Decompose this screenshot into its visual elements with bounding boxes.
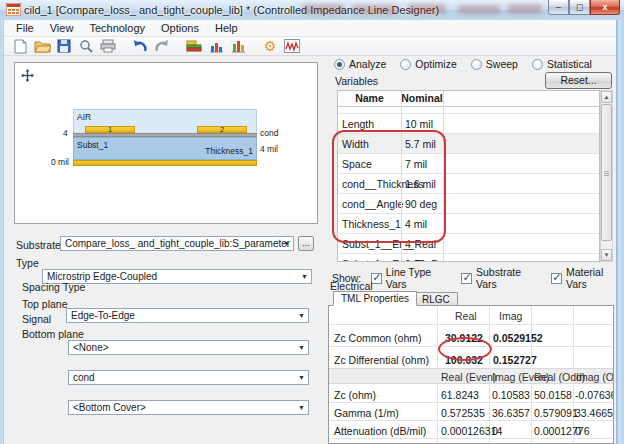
table-row-length[interactable]: Length10 mil [338,114,599,134]
zoom-icon[interactable] [76,38,96,55]
table-row-er-tand[interactable]: Subst_1__Er__TanD0.02 [338,254,599,262]
table-row-er-real[interactable]: Subst_1__Er__Real4 [338,234,599,254]
scroll-up-icon[interactable]: ▲ [601,91,612,103]
var-nominal[interactable]: 4 [401,238,443,250]
checkbox-icon [371,273,382,284]
gear-icon[interactable]: ⚙ [260,38,280,55]
menu-bar: File View Technology Options Help [4,20,616,37]
new-document-icon[interactable] [10,38,30,55]
title-bar[interactable]: cild_1 [Compare_loss_ and_tight_couple_l… [0,0,624,21]
substrate-label: Substrate [16,239,61,251]
var-name: Subst_1__Er__Real [338,238,401,250]
column-chart-icon[interactable] [228,38,248,55]
checkbox-label: Line Type Vars [386,266,452,290]
zc-real-even[interactable]: 61.8243 [441,389,479,401]
checkbox-line-type-vars[interactable]: Line Type Vars [371,266,451,290]
redo-icon[interactable] [152,38,172,55]
bottom-plane-layer[interactable] [73,160,257,166]
watermark-smudge [352,5,398,14]
menu-help[interactable]: Help [207,21,246,35]
waveform-icon[interactable] [282,38,302,55]
table-row-cond-thickness[interactable]: cond__Thickness1.6 mil [338,174,599,194]
var-nominal[interactable]: 5.7 mil [401,138,443,150]
maximize-button[interactable]: ◻ [569,0,590,15]
var-name: cond__Thickness [338,178,401,190]
checkbox-substrate-vars[interactable]: Substrate Vars [461,266,541,290]
menu-view[interactable]: View [42,21,82,35]
thickness-value: 4 mil [260,144,278,154]
var-nominal[interactable]: 0.02 [401,258,443,263]
undo-icon[interactable] [130,38,150,55]
substrate-browse-button[interactable]: ... [298,236,314,251]
scrollbar-thumb[interactable] [601,104,612,241]
checkbox-label: Substrate Vars [476,266,541,290]
cross-section-panel[interactable]: AIR 1 2 Subst_1 Thickness_1 4 0 mil cond… [14,62,318,224]
zc-imag-even[interactable]: 0.10583 [492,389,530,401]
var-nominal[interactable]: 1.6 mil [401,178,443,190]
var-nominal[interactable]: 4 mil [401,218,443,230]
substrate-dropdown[interactable]: Compare_loss_ and_tight_couple_lib:S_par… [60,236,294,251]
radio-analyze[interactable]: Analyze [334,58,386,70]
pan-move-icon[interactable] [21,69,34,82]
menu-technology[interactable]: Technology [81,21,153,35]
radio-dot [400,59,411,70]
variables-scrollbar[interactable]: ▲ ▼ [600,90,613,262]
menu-file[interactable]: File [8,21,42,35]
gamma-imag-odd[interactable]: 33.4665 [575,407,613,419]
att-dbmil-imag-even[interactable]: 0 [492,425,498,437]
var-nominal[interactable]: 7 mil [401,158,443,170]
bottom-plane-dropdown[interactable]: <Bottom Cover>▼ [68,400,309,415]
variables-table[interactable]: Name Nominal Length10 mil Width5.7 mil S… [337,90,600,262]
att-dbmil-imag-odd[interactable]: 0 [575,425,581,437]
substrate-layer[interactable]: Subst_1 Thickness_1 [73,137,257,160]
chevron-down-icon: ▼ [298,344,305,351]
gamma-real-even[interactable]: 0.572535 [441,407,485,419]
bar-chart-icon[interactable] [206,38,226,55]
radio-optimize-label: Optimize [415,58,456,70]
spacing-type-dropdown[interactable]: Edge-To-Edge▼ [66,308,309,323]
table-row-thickness-1[interactable]: Thickness_14 mil [338,214,599,234]
var-nominal[interactable]: 10 mil [401,118,443,130]
conductor-2[interactable]: 2 [197,126,247,133]
open-folder-icon[interactable] [32,38,52,55]
chevron-down-icon: ▼ [298,404,305,411]
zc-imag-odd[interactable]: -0.0763633 [575,389,614,401]
bottom-plane-label: Bottom plane [22,328,84,340]
top-plane-dropdown[interactable]: <None>▼ [68,340,309,355]
reset-button[interactable]: Reset... [545,72,612,89]
conductor-1[interactable]: 1 [85,126,135,133]
tml-properties-panel[interactable]: Real Imag Zc Common (ohm) 30.9122 0.0529… [328,305,614,444]
checkbox-material-vars[interactable]: Material Vars [551,266,624,290]
gamma-real-odd[interactable]: 0.579091 [534,407,578,419]
scroll-down-icon[interactable]: ▼ [601,249,612,261]
att-dbmil-real-odd[interactable]: 0.00012776 [534,425,589,437]
zc-common-real[interactable]: 30.9122 [445,332,483,344]
radio-sweep[interactable]: Sweep [471,58,518,70]
substrate-stack-icon[interactable] [184,38,204,55]
watermark-smudge [458,5,500,14]
zc-differential-real[interactable]: 100.032 [445,354,483,366]
spacing-type-value: Edge-To-Edge [71,310,135,321]
column-divider [401,91,402,261]
close-button[interactable]: x [590,0,620,15]
zc-real-odd[interactable]: 50.0158 [534,389,572,401]
radio-optimize[interactable]: Optimize [400,58,456,70]
gamma-imag-even[interactable]: 36.6357 [492,407,530,419]
row-label-zc-common: Zc Common (ohm) [334,332,422,344]
signal-dropdown[interactable]: cond▼ [68,370,309,385]
zc-common-imag[interactable]: 0.0529152 [493,332,543,344]
row-label-zc-differential: Zc Differential (ohm) [334,354,429,366]
print-icon[interactable] [98,38,118,55]
radio-statistical[interactable]: Statistical [532,58,592,70]
var-nominal[interactable]: 90 deg [401,198,443,210]
tab-tml-properties[interactable]: TML Properties [333,291,417,306]
row-label-attenuation-dbmil: Attenuation (dB/mil) [334,425,426,437]
table-row-space[interactable]: Space7 mil [338,154,599,174]
menu-options[interactable]: Options [153,21,207,35]
table-row-cond-angle[interactable]: cond__Angle90 deg [338,194,599,214]
minimize-button[interactable]: – [548,0,569,15]
save-icon[interactable] [54,38,74,55]
zc-differential-imag[interactable]: 0.152727 [493,354,537,366]
table-row-width[interactable]: Width5.7 mil [338,134,599,154]
col-name: Name [338,91,401,106]
